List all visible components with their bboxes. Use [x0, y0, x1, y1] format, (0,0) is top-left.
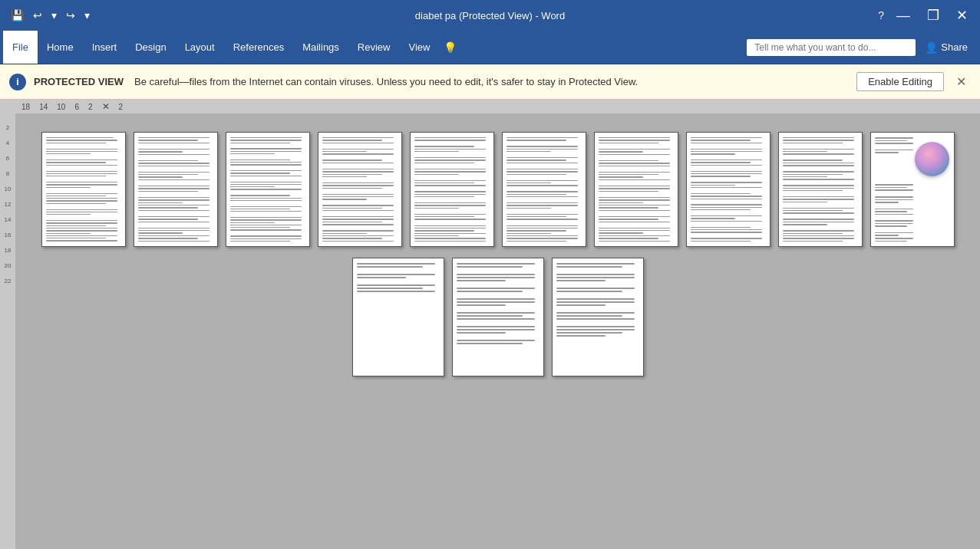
undo-button[interactable]: ↩ — [30, 8, 45, 23]
left-ruler-12: 12 — [0, 196, 15, 212]
left-ruler-8: 8 — [0, 166, 15, 181]
left-ruler-22: 22 — [0, 273, 15, 288]
tab-references[interactable]: References — [224, 31, 293, 64]
protected-view-bar: i PROTECTED VIEW Be careful—files from t… — [0, 64, 980, 100]
tab-view[interactable]: View — [399, 31, 439, 64]
page-thumbnail-10[interactable] — [870, 132, 955, 247]
page-thumbnail-12[interactable] — [452, 258, 544, 376]
document-area: 18 14 10 6 2 ✕ 2 2 4 6 8 10 12 14 16 18 … — [0, 100, 980, 549]
page-thumbnail-3[interactable] — [226, 132, 310, 247]
protected-view-message: Be careful—files from the Internet can c… — [134, 76, 849, 87]
title-bar: 💾 ↩ ▾ ↪ ▾ diabet pa (Protected View) - W… — [0, 0, 980, 31]
left-ruler-14: 14 — [0, 212, 15, 227]
page-content-12 — [453, 258, 543, 376]
share-label: Share — [941, 41, 968, 53]
protected-view-label: PROTECTED VIEW — [34, 76, 124, 87]
share-button[interactable]: 👤 Share — [916, 38, 977, 57]
page-thumbnail-1[interactable] — [41, 132, 126, 247]
left-ruler-16: 16 — [0, 227, 15, 242]
page-content-11 — [353, 258, 444, 376]
page-thumbnail-8[interactable] — [686, 132, 770, 247]
tab-file[interactable]: File — [3, 31, 38, 64]
page-content-4 — [318, 133, 401, 246]
tab-home[interactable]: Home — [38, 31, 83, 64]
window-controls: ? — ❐ ✕ — [878, 5, 972, 25]
top-ruler: 18 14 10 6 2 ✕ 2 — [0, 100, 980, 113]
restore-button[interactable]: ❐ — [922, 5, 944, 25]
close-button[interactable]: ✕ — [952, 5, 972, 25]
help-icon[interactable]: ? — [878, 9, 884, 21]
ruler-num-14: 14 — [39, 103, 48, 111]
page-content-2 — [134, 133, 217, 246]
ruler-num-2: 2 — [88, 103, 93, 111]
tab-layout[interactable]: Layout — [176, 31, 224, 64]
page-thumbnail-9[interactable] — [778, 132, 863, 247]
close-protected-bar-button[interactable]: ✕ — [952, 73, 971, 90]
ruler-num-2b: 2 — [119, 103, 124, 111]
ruler-num-18: 18 — [21, 103, 30, 111]
page-content-1 — [42, 133, 125, 246]
window-title: diabet pa (Protected View) - Word — [415, 10, 565, 21]
tab-review[interactable]: Review — [348, 31, 400, 64]
left-ruler-18: 18 — [0, 242, 15, 258]
customize-button[interactable]: ▾ — [81, 8, 93, 23]
page-content-8 — [687, 133, 770, 246]
ruler-marker: ✕ — [102, 101, 110, 112]
quick-access-toolbar: 💾 ↩ ▾ ↪ ▾ — [8, 8, 93, 23]
left-ruler-4: 4 — [0, 135, 15, 150]
page-thumbnail-6[interactable] — [502, 132, 586, 247]
ruler-num-6: 6 — [74, 103, 79, 111]
enable-editing-button[interactable]: Enable Editing — [856, 72, 944, 91]
page-content-3 — [226, 133, 309, 246]
page-thumbnail-13[interactable] — [552, 258, 644, 376]
page-thumbnail-7[interactable] — [594, 132, 678, 247]
ribbon: File Home Insert Design Layout Reference… — [0, 31, 980, 64]
undo-dropdown[interactable]: ▾ — [48, 8, 60, 23]
left-ruler-6: 6 — [0, 150, 15, 166]
left-ruler: 2 4 6 8 10 12 14 16 18 20 22 — [0, 113, 15, 549]
page-thumbnail-5[interactable] — [410, 132, 494, 247]
tab-design[interactable]: Design — [126, 31, 175, 64]
pages-row-1 — [41, 132, 955, 247]
page-content-5 — [411, 133, 493, 246]
page-image-placeholder — [915, 142, 949, 176]
page-content-13 — [553, 258, 643, 376]
page-thumbnail-11[interactable] — [352, 258, 444, 376]
minimize-button[interactable]: — — [892, 6, 915, 25]
left-ruler-20: 20 — [0, 258, 15, 273]
save-button[interactable]: 💾 — [8, 8, 27, 23]
redo-button[interactable]: ↪ — [63, 8, 78, 23]
left-ruler-2: 2 — [0, 120, 15, 135]
page-content-9 — [779, 133, 862, 246]
page-content-6 — [503, 133, 586, 246]
page-thumbnail-4[interactable] — [318, 132, 402, 247]
tab-mailings[interactable]: Mailings — [293, 31, 348, 64]
left-ruler-10: 10 — [0, 181, 15, 196]
page-thumbnail-2[interactable] — [134, 132, 218, 247]
search-input[interactable] — [747, 39, 916, 56]
tab-insert[interactable]: Insert — [83, 31, 127, 64]
page-content-7 — [595, 133, 678, 246]
info-icon: i — [9, 74, 26, 90]
share-icon: 👤 — [925, 41, 938, 54]
pages-row-2 — [352, 258, 644, 376]
ruler-num-10: 10 — [57, 103, 65, 111]
lightbulb-icon: 💡 — [444, 41, 457, 54]
